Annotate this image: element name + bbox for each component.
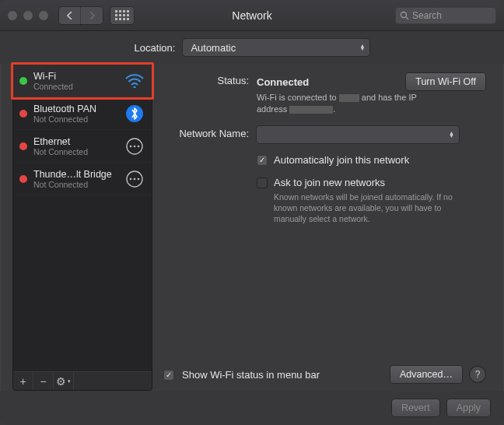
thunderbolt-icon (124, 168, 145, 190)
ask-join-checkbox[interactable] (257, 177, 268, 188)
service-item-ethernet[interactable]: Ethernet Not Connected (13, 130, 152, 163)
service-item-wifi[interactable]: Wi-Fi Connected (13, 65, 152, 97)
redacted-ip (289, 106, 333, 114)
service-actions-button[interactable]: ⚙︎▾ (54, 372, 74, 390)
status-label: Status: (163, 73, 257, 86)
svg-point-5 (130, 145, 132, 147)
ask-join-label: Ask to join new networks (274, 177, 476, 188)
network-name-select[interactable]: ▲▼ (257, 126, 459, 143)
chevron-down-icon: ▾ (68, 378, 71, 385)
window-title: Network (232, 9, 271, 22)
titlebar: Network Search (0, 0, 504, 31)
svg-point-2 (134, 86, 136, 88)
bluetooth-icon (124, 103, 145, 125)
svg-point-6 (134, 145, 136, 147)
status-row: Status: Connected Turn Wi-Fi Off Wi-Fi i… (163, 73, 485, 115)
minimize-window-button[interactable] (23, 11, 33, 20)
location-label: Location: (135, 42, 176, 54)
grid-icon (115, 10, 129, 20)
sidebar-footer: + − ⚙︎▾ (13, 371, 152, 390)
revert-button[interactable]: Revert (392, 399, 439, 416)
service-status: Not Connected (33, 147, 117, 156)
svg-point-9 (130, 177, 132, 180)
service-name: Thunde…lt Bridge (33, 169, 117, 180)
status-dot (19, 110, 27, 118)
status-subtext: Wi-Fi is connected to and has the IP add… (257, 92, 443, 115)
redacted-ssid (339, 94, 359, 102)
svg-point-10 (134, 177, 136, 180)
show-all-button[interactable] (110, 7, 134, 24)
service-name: Wi-Fi (33, 71, 117, 82)
search-icon (400, 11, 409, 20)
bottom-row: ✓ Show Wi-Fi status in menu bar Advanced… (163, 363, 485, 391)
gear-icon: ⚙︎ (56, 375, 66, 388)
zoom-window-button[interactable] (39, 11, 48, 20)
svg-point-7 (138, 145, 140, 147)
service-item-bluetooth[interactable]: Bluetooth PAN Not Connected (13, 97, 152, 130)
status-dot (19, 77, 27, 85)
service-status: Connected (33, 82, 117, 91)
chevron-updown-icon: ▲▼ (449, 132, 454, 138)
search-input[interactable]: Search (395, 7, 496, 24)
wifi-icon (124, 70, 145, 92)
location-value: Automatic (191, 42, 236, 54)
service-name: Bluetooth PAN (33, 104, 117, 114)
search-placeholder: Search (412, 10, 442, 21)
footer: Revert Apply (0, 391, 504, 425)
apply-button[interactable]: Apply (447, 399, 490, 416)
svg-line-1 (406, 17, 408, 19)
help-button[interactable]: ? (470, 367, 485, 382)
status-value: Connected (257, 76, 309, 88)
advanced-button[interactable]: Advanced… (390, 366, 462, 383)
status-dot (19, 142, 27, 150)
auto-join-checkbox[interactable]: ✓ (257, 155, 268, 166)
remove-service-button[interactable]: − (33, 372, 54, 390)
show-status-label: Show Wi-Fi status in menu bar (182, 369, 320, 381)
location-row: Location: Automatic ▲▼ (0, 31, 504, 64)
service-sidebar: Wi-Fi Connected Bluetooth PAN Not Co (12, 64, 152, 391)
ask-join-help: Known networks will be joined automatica… (274, 191, 476, 225)
back-button[interactable] (59, 7, 81, 24)
close-window-button[interactable] (8, 11, 17, 20)
forward-button[interactable] (81, 7, 103, 24)
status-dot (19, 175, 27, 183)
svg-point-11 (138, 177, 140, 180)
service-status: Not Connected (33, 114, 117, 124)
service-list: Wi-Fi Connected Bluetooth PAN Not Co (13, 65, 152, 371)
nav-arrows (59, 7, 103, 24)
traffic-lights (8, 11, 48, 20)
toggle-wifi-button[interactable]: Turn Wi-Fi Off (406, 73, 485, 90)
auto-join-label: Automatically join this network (274, 154, 409, 166)
svg-point-0 (401, 12, 407, 17)
detail-panel: Status: Connected Turn Wi-Fi Off Wi-Fi i… (160, 64, 492, 391)
service-status: Not Connected (33, 180, 117, 189)
service-item-thunderbolt[interactable]: Thunde…lt Bridge Not Connected (13, 163, 152, 195)
ethernet-icon (124, 135, 145, 157)
service-name: Ethernet (33, 136, 117, 147)
add-service-button[interactable]: + (13, 372, 33, 390)
location-select[interactable]: Automatic ▲▼ (183, 39, 369, 56)
network-name-label: Network Name: (163, 126, 257, 139)
show-status-checkbox[interactable]: ✓ (163, 370, 174, 381)
main-area: Wi-Fi Connected Bluetooth PAN Not Co (12, 64, 492, 391)
network-name-row: Network Name: ▲▼ ✓ Automatically join th… (163, 126, 485, 225)
chevron-updown-icon: ▲▼ (359, 44, 365, 51)
